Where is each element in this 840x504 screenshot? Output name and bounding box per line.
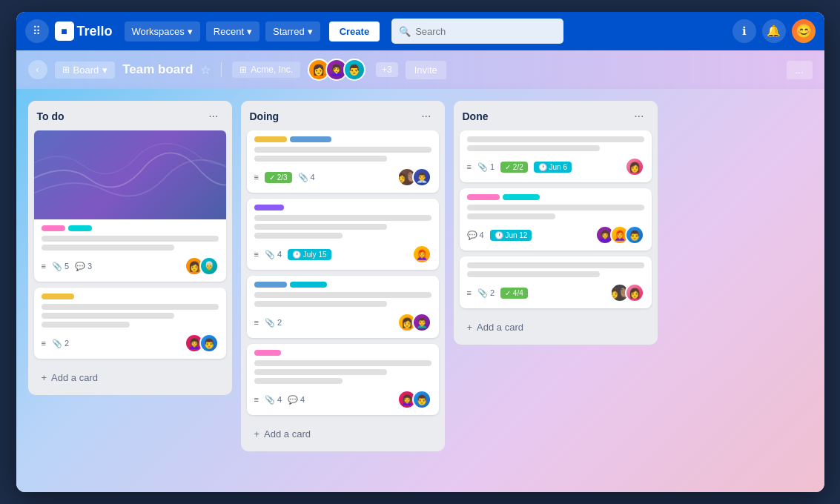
card-t2[interactable]: ≡ 📎 2 👩‍🦱 👨 [34,288,226,359]
grid-menu-button[interactable]: ⠿ [25,19,49,43]
extra-members-badge[interactable]: +3 [376,62,398,77]
card-labels [42,225,219,231]
text-line [254,360,431,366]
card-t1[interactable]: ≡ 📎 5 💬 3 👩 👨‍🦳 [34,130,226,282]
meta-list-icon: ≡ [254,318,259,327]
search-input[interactable] [415,26,556,37]
card-footer: ≡ 📎 1 ✓ 2/2 🕐 Jun 6 👩 [467,157,644,176]
card-text [467,205,644,219]
card-text [254,215,431,239]
meta-attachments: 📎 2 [265,318,282,328]
starred-button[interactable]: Starred ▾ [265,21,320,42]
column-todo: To do ··· [28,101,232,395]
card-d1[interactable]: ≡ ✓ 2/3 📎 4 👩‍🦫 👨‍💼 [247,130,439,193]
meta-checklist: ✓ 2/2 [500,162,528,173]
text-line [467,262,644,268]
label-pink [467,194,500,200]
label-yellow [254,136,287,142]
card-text [42,236,219,251]
column-doing-menu-button[interactable]: ··· [417,108,435,125]
plus-icon: + [467,322,473,333]
label-blue [254,282,287,288]
member-avatar-3[interactable]: 👨 [343,59,366,81]
card-labels [42,294,219,299]
star-button[interactable]: ☆ [200,63,211,77]
card-d3[interactable]: ≡ 📎 2 👩 👨‍🦱 [247,276,439,338]
text-line [42,236,219,242]
card-avatar: 👩 [625,157,644,176]
search-icon: 🔍 [399,26,411,37]
meta-list-icon: ≡ [254,395,259,404]
workspace-badge[interactable]: ⊞ Acme, Inc. [232,62,300,78]
meta-attachments: 📎 2 [52,339,69,348]
invite-button[interactable]: Invite [406,61,446,79]
board-more-button[interactable]: ... [787,61,813,79]
card-avatars: 👩‍🦱 👨 [397,390,431,409]
board-title: Team board [122,62,193,77]
info-icon: ℹ [742,24,747,38]
meta-attachments: 📎 4 [265,250,282,259]
card-labels [254,205,431,210]
meta-checklist: ✓ 4/4 [500,288,528,299]
user-avatar[interactable]: 😊 [792,19,816,43]
card-avatars: 👩‍🦱 👨 [185,334,219,353]
text-line [467,136,644,142]
card-avatar: 👨 [199,334,219,353]
meta-list-icon: ≡ [254,250,259,259]
add-card-button-doing[interactable]: + Add a card [245,422,440,445]
card-dn1[interactable]: ≡ 📎 1 ✓ 2/2 🕐 Jun 6 👩 [460,130,652,182]
card-meta: ≡ 📎 4 🕐 July 15 [254,249,331,260]
meta-comments: 💬 4 [467,231,484,240]
text-line [467,271,600,277]
text-line [42,245,174,251]
meta-attachments: 📎 5 [52,262,69,271]
meta-attachments: 📎 4 [298,173,315,182]
member-avatars: 👩 👩‍🦱 👨 [308,59,366,81]
card-dn2[interactable]: 💬 4 🕐 Jun 12 👩‍🦱 👩‍🦰 👨 [460,188,652,251]
bell-icon: 🔔 [767,24,781,38]
workspaces-button[interactable]: Workspaces ▾ [125,21,200,42]
text-line [42,313,174,319]
card-avatars: 👩‍🦫 👨‍💼 [397,168,431,187]
text-line [254,233,343,239]
card-d2[interactable]: ≡ 📎 4 🕐 July 15 👩‍🦰 [247,199,439,270]
recent-button[interactable]: Recent ▾ [206,21,259,42]
card-dn3[interactable]: ≡ 📎 2 ✓ 4/4 👩‍🦫 👩 [460,256,652,308]
label-teal [290,282,327,288]
add-card-button-todo[interactable]: + Add a card [33,366,228,389]
card-avatars: 👩‍🦱 👩‍🦰 👨 [595,225,644,245]
sidebar-collapse-button[interactable]: ‹ [28,60,47,79]
card-text [467,136,644,151]
card-footer: ≡ 📎 2 👩 👨‍🦱 [254,313,431,332]
column-done-menu-button[interactable]: ··· [629,108,648,125]
card-meta: ≡ 📎 2 [42,339,70,348]
card-footer: ≡ 📎 2 ✓ 4/4 👩‍🦫 👩 [467,283,644,302]
label-yellow [42,294,74,299]
card-labels [254,136,431,142]
column-done-title: Done [463,110,489,122]
label-blue [290,136,331,142]
text-line [254,224,387,230]
card-avatar: 👨‍🦱 [412,313,431,332]
notification-button[interactable]: 🔔 [762,19,786,43]
info-button[interactable]: ℹ [732,19,756,43]
card-avatar: 👩‍🦰 [412,245,431,264]
add-card-button-done[interactable]: + Add a card [458,316,653,339]
card-avatar: 👩 [625,283,644,302]
plus-icon: + [42,372,47,383]
meta-attachments: 📎 2 [477,288,495,298]
meta-list-icon: ≡ [254,173,259,182]
meta-due-date: 🕐 July 15 [288,249,331,260]
create-button[interactable]: Create [329,21,380,42]
search-bar[interactable]: 🔍 [391,19,563,44]
text-line [467,145,600,151]
meta-due: 🕐 Jun 12 [490,230,532,241]
card-d4[interactable]: ≡ 📎 4 💬 4 👩‍🦱 👨 [247,344,439,415]
column-todo-menu-button[interactable]: ··· [204,108,222,125]
card-footer: 💬 4 🕐 Jun 12 👩‍🦱 👩‍🦰 👨 [467,225,644,245]
board-nav-button[interactable]: ⊞ Board ▾ [55,62,116,79]
column-done-header: Done ··· [454,101,658,130]
board-header: ‹ ⊞ Board ▾ Team board ☆ ⊞ Acme, Inc. 👩 … [16,50,824,89]
card-avatar: 👨 [412,390,431,409]
text-line [254,292,431,298]
